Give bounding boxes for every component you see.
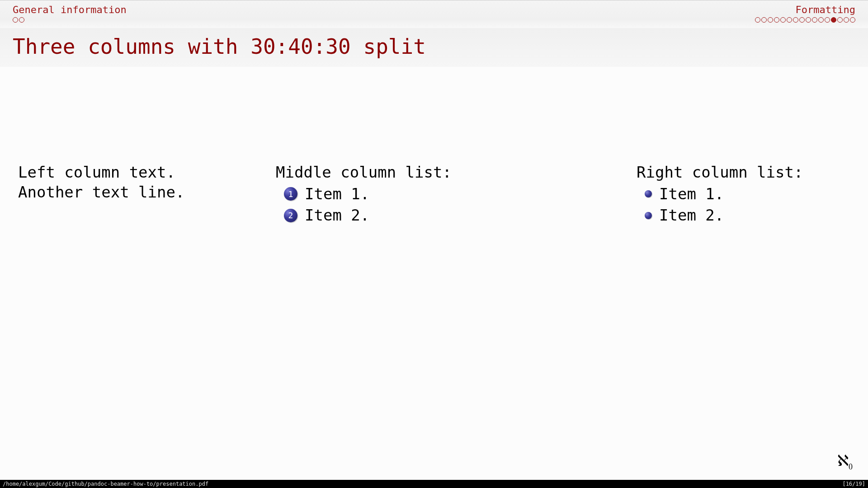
aleph-null-logo: ℵ0 — [837, 451, 853, 472]
progress-dot-icon[interactable] — [806, 17, 811, 23]
list-item-label: Item 2. — [659, 206, 724, 225]
status-filepath: /home/alexgum/Code/github/pandoc-beamer-… — [3, 481, 208, 487]
beamer-slide: General information Formatting Three col… — [0, 0, 868, 488]
numbered-bullet-icon: 2 — [284, 209, 297, 222]
viewer-statusbar: /home/alexgum/Code/github/pandoc-beamer-… — [0, 480, 868, 488]
column-right: Right column list: Item 1. Item 2. — [600, 163, 850, 225]
left-text-line: Left column text. — [18, 163, 263, 183]
left-text-line: Another text line. — [18, 183, 263, 202]
disc-bullet-icon — [645, 190, 652, 197]
progress-dot-icon[interactable] — [799, 17, 805, 23]
middle-heading: Middle column list: — [276, 163, 600, 183]
list-item-label: Item 1. — [305, 184, 369, 204]
slide-header: General information Formatting — [0, 0, 868, 28]
progress-dot-icon[interactable] — [793, 17, 798, 23]
progress-dot-icon[interactable] — [19, 17, 24, 23]
progress-dot-icon[interactable] — [13, 17, 18, 23]
nav-label-left[interactable]: General information — [13, 4, 127, 15]
progress-dot-icon[interactable] — [787, 17, 792, 23]
right-heading: Right column list: — [637, 163, 850, 183]
progress-dots-left — [13, 17, 127, 23]
list-item: 2 Item 2. — [276, 206, 600, 225]
status-page-indicator: [16/19] — [842, 481, 865, 487]
list-item-label: Item 2. — [305, 206, 369, 225]
progress-dot-icon[interactable] — [825, 17, 830, 23]
nav-section-left: General information — [13, 4, 127, 23]
nav-label-right[interactable]: Formatting — [755, 4, 855, 15]
list-item: Item 2. — [637, 206, 850, 225]
column-middle: Middle column list: 1 Item 1. 2 Item 2. — [268, 163, 600, 225]
progress-dot-icon[interactable] — [774, 17, 779, 23]
slide-title: Three columns with 30:40:30 split — [0, 28, 868, 67]
list-item-label: Item 1. — [659, 184, 724, 204]
disc-bullet-icon — [645, 212, 652, 219]
progress-dot-icon[interactable] — [780, 17, 786, 23]
aleph-subscript: 0 — [849, 462, 853, 471]
slide-body: Left column text. Another text line. Mid… — [0, 163, 868, 225]
progress-dots-right — [755, 17, 855, 23]
list-item: 1 Item 1. — [276, 184, 600, 204]
progress-dot-icon[interactable] — [761, 17, 767, 23]
list-item: Item 1. — [637, 184, 850, 204]
aleph-symbol: ℵ — [837, 452, 849, 469]
progress-dot-icon[interactable] — [850, 17, 855, 23]
progress-dot-icon[interactable] — [768, 17, 773, 23]
progress-dot-icon[interactable] — [755, 17, 760, 23]
column-left: Left column text. Another text line. — [18, 163, 268, 225]
progress-dot-icon[interactable] — [837, 17, 843, 23]
progress-dot-icon[interactable] — [812, 17, 817, 23]
nav-row: General information Formatting — [13, 4, 855, 23]
progress-dot-icon[interactable] — [844, 17, 849, 23]
nav-section-right: Formatting — [755, 4, 855, 23]
numbered-bullet-icon: 1 — [284, 187, 297, 201]
progress-dot-icon[interactable] — [831, 17, 836, 23]
progress-dot-icon[interactable] — [818, 17, 824, 23]
